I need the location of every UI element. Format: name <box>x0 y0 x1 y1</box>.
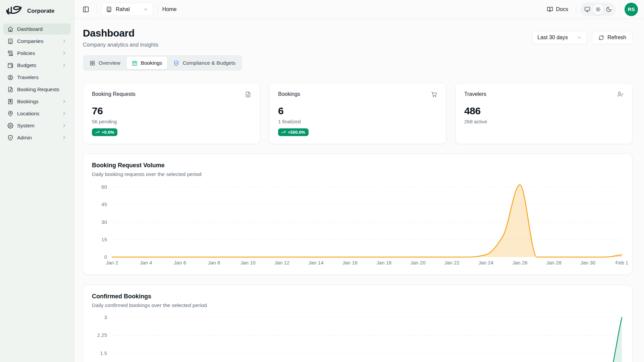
svg-text:30: 30 <box>101 219 107 225</box>
svg-text:Jan 12: Jan 12 <box>274 260 289 265</box>
svg-text:1.5: 1.5 <box>100 350 107 356</box>
theme-moon-button[interactable] <box>603 4 614 15</box>
moon-icon <box>606 6 612 12</box>
refresh-icon <box>598 35 604 41</box>
sidebar-item-policies[interactable]: Policies <box>3 48 71 59</box>
stat-cards-row: Booking Requests 76 56 pending +0.0% Boo… <box>83 83 633 144</box>
tab-label: Overview <box>99 60 120 66</box>
booking-request-volume-chart[interactable]: 015304560Jan 2Jan 4Jan 6Jan 8Jan 10Jan 1… <box>83 154 633 275</box>
svg-text:3: 3 <box>104 314 107 320</box>
sidebar-item-budgets[interactable]: Budgets <box>3 60 71 71</box>
stat-card-head: Travelers <box>464 91 624 98</box>
theme-monitor-button[interactable] <box>582 4 593 15</box>
company-selector[interactable]: Rahal <box>101 3 153 16</box>
monitor-icon <box>584 6 590 12</box>
sidebar-item-label: Companies <box>17 38 58 44</box>
file-text-icon <box>245 91 251 98</box>
svg-text:Jan 24: Jan 24 <box>478 260 493 265</box>
svg-text:Jan 18: Jan 18 <box>376 260 391 265</box>
svg-text:Jan 6: Jan 6 <box>174 260 186 265</box>
stat-card-title: Travelers <box>464 91 486 97</box>
svg-text:Jan 8: Jan 8 <box>208 260 220 265</box>
stat-card-value: 76 <box>92 105 251 117</box>
book-open-icon <box>547 6 553 12</box>
page-subtitle: Company analytics and insights <box>83 42 158 48</box>
sidebar-item-label: Budgets <box>17 62 58 68</box>
header-controls: Last 30 days Refresh <box>532 31 633 44</box>
confirmed-bookings-chart[interactable]: 00.751.52.253Jan 2Jan 4Jan 6Jan 8Jan 10J… <box>83 285 633 362</box>
svg-text:Jan 2: Jan 2 <box>106 260 118 265</box>
booking-request-volume-card: Booking Request Volume Daily booking req… <box>83 154 633 275</box>
date-range-select[interactable]: Last 30 days <box>532 31 587 44</box>
sidebar-toggle-button[interactable] <box>80 3 92 15</box>
panel-left-icon <box>83 6 89 13</box>
topbar-divider <box>620 5 620 13</box>
sidebar-item-companies[interactable]: Companies <box>3 36 71 47</box>
sidebar-item-label: Dashboard <box>17 26 67 32</box>
svg-text:Jan 4: Jan 4 <box>140 260 152 265</box>
docs-button[interactable]: Docs <box>543 3 572 15</box>
svg-text:0: 0 <box>104 254 107 260</box>
sidebar-item-booking-requests[interactable]: Booking Requests <box>3 84 71 95</box>
chevron-down-icon <box>143 7 148 12</box>
brand-name: Corporate <box>27 8 54 14</box>
topbar-divider <box>576 5 576 13</box>
sidebar-item-dashboard[interactable]: Dashboard <box>3 23 71 35</box>
stat-card-value: 486 <box>464 105 624 117</box>
theme-switcher <box>581 3 615 16</box>
theme-sun-button[interactable] <box>593 4 603 15</box>
shopping-cart-icon <box>431 91 437 98</box>
tab-overview[interactable]: Overview <box>84 57 126 69</box>
refresh-button[interactable]: Refresh <box>592 31 633 44</box>
page-title: Dashboard <box>83 27 158 39</box>
shield-check-icon <box>173 60 179 66</box>
rahal-logo-icon <box>5 5 22 17</box>
svg-text:15: 15 <box>101 237 107 242</box>
tab-bookings[interactable]: Bookings <box>126 57 168 69</box>
page-header-text: Dashboard Company analytics and insights <box>83 27 158 48</box>
refresh-label: Refresh <box>607 35 626 41</box>
chevron-right-icon <box>62 135 67 140</box>
building-icon <box>7 38 13 44</box>
breadcrumb[interactable]: Home <box>162 6 177 12</box>
settings-icon <box>7 123 13 129</box>
stat-card-value: 6 <box>278 105 437 117</box>
svg-text:Jan 14: Jan 14 <box>308 260 323 265</box>
scroll-text-icon <box>7 50 13 56</box>
svg-text:2.25: 2.25 <box>97 332 107 338</box>
svg-text:Jan 16: Jan 16 <box>342 260 358 265</box>
sidebar-item-label: Policies <box>17 50 58 56</box>
tab-compliance-budgets[interactable]: Compliance & Budgets <box>168 57 241 69</box>
svg-text:Jan 26: Jan 26 <box>512 260 527 265</box>
svg-text:Jan 30: Jan 30 <box>580 260 595 265</box>
sidebar-item-bookings[interactable]: Bookings <box>3 96 71 107</box>
svg-text:Feb 1: Feb 1 <box>615 260 628 265</box>
sidebar-item-label: Admin <box>17 135 58 141</box>
sidebar-item-label: Locations <box>17 111 58 117</box>
sidebar-item-system[interactable]: System <box>3 120 71 131</box>
sidebar-item-locations[interactable]: Locations <box>3 108 71 119</box>
receipt-icon <box>7 99 13 105</box>
chevron-down-icon <box>577 35 582 40</box>
trend-badge-label: +0.0% <box>102 130 114 135</box>
stat-card-subtitle: 268 active <box>464 119 624 124</box>
svg-text:Jan 22: Jan 22 <box>444 260 460 265</box>
sidebar-item-label: Travelers <box>17 74 67 80</box>
stat-card-subtitle: 1 finalized <box>278 119 437 124</box>
chevron-right-icon <box>62 63 67 68</box>
sidebar-item-travelers[interactable]: Travelers <box>3 72 71 83</box>
trending-up-icon <box>95 130 100 134</box>
file-text-icon <box>7 86 13 93</box>
topbar-divider <box>96 5 97 13</box>
tabs: Overview Bookings Compliance & Budgets <box>83 55 242 71</box>
stat-card-head: Bookings <box>278 91 437 98</box>
chevron-right-icon <box>62 39 67 44</box>
avatar[interactable]: RS <box>625 3 638 16</box>
stat-card-head: Booking Requests <box>92 91 251 98</box>
company-selector-label: Rahal <box>116 6 130 12</box>
svg-text:Jan 20: Jan 20 <box>410 260 425 265</box>
wallet-icon <box>7 62 13 68</box>
chevron-right-icon <box>62 123 67 128</box>
sidebar-item-admin[interactable]: Admin <box>3 132 71 143</box>
stat-card-booking-requests: Booking Requests 76 56 pending +0.0% <box>83 83 260 144</box>
